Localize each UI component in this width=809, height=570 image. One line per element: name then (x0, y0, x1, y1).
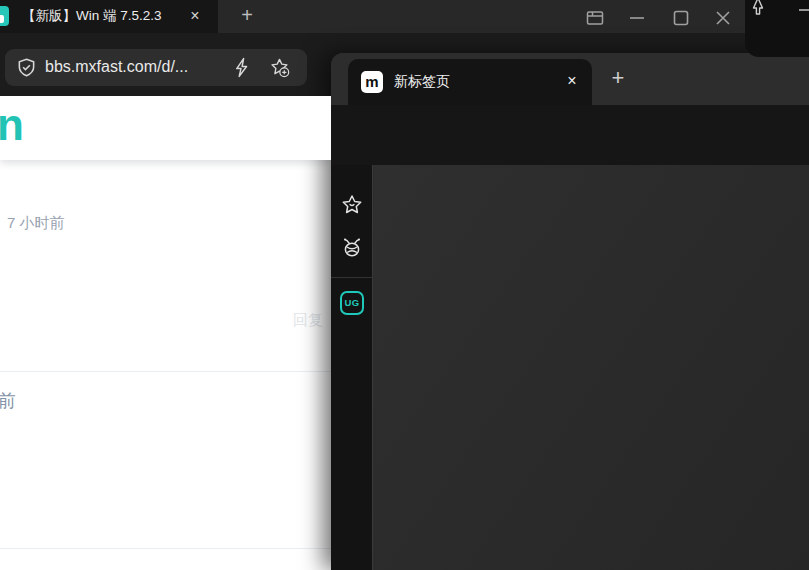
screen: 【新版】Win 端 7.5.2.3 × + bbs.mxfast.com/d/.… (0, 0, 809, 570)
shield-security-icon[interactable] (16, 57, 37, 78)
bg-page-content: n 7 小时前 回复 前 (0, 96, 331, 570)
fg-tab-title: 新标签页 (394, 59, 450, 105)
site-logo[interactable]: n (0, 100, 23, 150)
maximize-icon[interactable] (670, 7, 692, 29)
fg-browser-window: m 新标签页 × + (331, 53, 809, 570)
pin-icon[interactable] (750, 0, 766, 20)
minimize-partial-icon[interactable] (799, 9, 809, 11)
fg-toolbar: du 在 baidu 中搜索... (331, 105, 809, 165)
fg-tab-close-icon[interactable]: × (556, 59, 588, 105)
url-text: bbs.mxfast.com/d/... (45, 49, 188, 86)
fg-new-tab-content (374, 165, 809, 570)
fg-tabstrip: m 新标签页 × + (331, 53, 809, 105)
minimize-icon[interactable] (626, 7, 648, 29)
bg-tab-title: 【新版】Win 端 7.5.2.3 (22, 0, 162, 33)
fg-sidebar: UG (331, 165, 373, 570)
bg-tab-close-icon[interactable]: × (184, 0, 206, 33)
favorites-face-star-icon[interactable] (340, 193, 364, 217)
bee-sniffer-icon[interactable] (340, 236, 364, 260)
favicon-glyph (0, 15, 4, 23)
site-favicon (0, 6, 9, 26)
page-header: n (0, 96, 331, 160)
post-divider (0, 548, 331, 549)
ug-extension-badge[interactable]: UG (340, 291, 364, 315)
fg-new-tab-button[interactable]: + (603, 53, 633, 105)
post-divider (0, 371, 331, 372)
bg-active-tab[interactable]: 【新版】Win 端 7.5.2.3 × (0, 0, 218, 33)
bookmark-star-add-icon[interactable] (269, 57, 290, 78)
boost-lightning-icon[interactable] (231, 57, 252, 78)
post-timestamp: 7 小时前 (7, 214, 65, 233)
reply-button[interactable]: 回复 (293, 311, 323, 330)
maxthon-logo-icon: m (361, 71, 383, 93)
top-right-window-fragment (745, 0, 809, 57)
close-icon[interactable] (712, 7, 734, 29)
bg-window-tabstrip: 【新版】Win 端 7.5.2.3 × + (0, 0, 745, 33)
fg-body: UG (331, 165, 809, 570)
bg-new-tab-button[interactable]: + (234, 0, 260, 33)
address-bar[interactable]: bbs.mxfast.com/d/... (5, 49, 307, 86)
tab-layout-icon[interactable] (584, 7, 606, 29)
sidebar-divider (331, 277, 373, 278)
post-timestamp-partial: 前 (0, 389, 16, 413)
fg-active-tab[interactable]: m 新标签页 × (348, 59, 592, 105)
